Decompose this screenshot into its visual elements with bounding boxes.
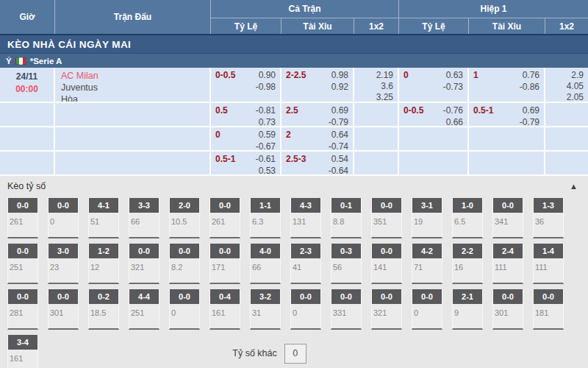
x12-odds-value: 2.05 xyxy=(550,92,584,102)
score-odds-cell[interactable]: 0-08.2 xyxy=(169,244,200,284)
score-odds-cell[interactable]: 1-16.3 xyxy=(250,198,281,238)
score-odds-value: 321 xyxy=(129,258,159,283)
score-odds-cell[interactable]: 0-0321 xyxy=(129,244,159,284)
league-row[interactable]: Ý *Serie A xyxy=(0,53,588,68)
odds-top: -0.76 xyxy=(443,105,463,117)
score-odds-cell[interactable]: 4-271 xyxy=(412,244,442,284)
score-row: 0-02610-004-1513-3662-010.50-02611-16.34… xyxy=(7,198,588,238)
score-odds-value: 251 xyxy=(8,258,37,283)
score-odds-cell[interactable]: 0-0301 xyxy=(48,289,79,330)
score-odds-cell[interactable]: 0-4161 xyxy=(209,289,240,330)
score-odds-cell[interactable]: 4-151 xyxy=(88,198,119,238)
other-score-input[interactable]: 0 xyxy=(284,344,306,364)
away-team[interactable]: Juventus xyxy=(61,82,205,93)
ft-overunder-cell[interactable]: 2-2.50.980.92 xyxy=(282,68,354,102)
ft-handicap-cell[interactable]: 0.5-0.810.73 xyxy=(211,103,282,126)
score-odds-cell[interactable]: 1-06.5 xyxy=(452,198,483,238)
other-score-cell: Tỷ số khác0 xyxy=(48,335,491,368)
score-odds-value: 19 xyxy=(412,213,442,237)
x12-odds-value: 3.25 xyxy=(359,92,393,102)
score-odds-value: 251 xyxy=(129,304,159,328)
score-odds-cell[interactable]: 0-00 xyxy=(290,289,321,330)
score-odds-cell[interactable]: 0-0141 xyxy=(371,244,402,284)
handicap-line: 0 xyxy=(404,70,409,80)
h1-1x2-cell[interactable]: 2.94.052.05 xyxy=(545,68,588,102)
score-odds-cell[interactable]: 0-18.8 xyxy=(331,198,362,238)
score-odds-value: 9 xyxy=(453,304,482,328)
score-odds-cell[interactable]: 0-0181 xyxy=(533,289,564,330)
h1-overunder-cell[interactable]: 0.5-10.69-0.79 xyxy=(469,103,545,126)
score-odds-cell[interactable]: 2-216 xyxy=(452,244,483,284)
odds-bottom: -0.73 xyxy=(443,82,463,93)
odds-top: 0.54 xyxy=(329,154,348,166)
score-odds-cell[interactable]: 3-4161 xyxy=(7,335,38,368)
h1-1x2-cell xyxy=(545,152,588,174)
score-odds-cell[interactable]: 4-4251 xyxy=(129,289,159,330)
score-odds-cell[interactable]: 0-0321 xyxy=(371,289,402,330)
score-label: 0-0 xyxy=(8,289,37,304)
collapse-icon[interactable]: ▲ xyxy=(570,183,578,191)
score-odds-cell[interactable]: 0-356 xyxy=(331,244,362,284)
score-odds-cell[interactable]: 2-19 xyxy=(452,289,483,330)
handicap-line: 0.5-1 xyxy=(215,154,235,164)
score-odds-cell[interactable]: 2-010.5 xyxy=(169,198,200,238)
score-odds-value: 161 xyxy=(8,350,37,368)
score-odds-cell[interactable]: 0-0261 xyxy=(7,198,38,238)
ft-overunder-cell[interactable]: 2.5-30.54-0.64 xyxy=(282,152,354,174)
score-odds-cell[interactable]: 0-0351 xyxy=(371,198,402,238)
score-odds-cell[interactable]: 3-023 xyxy=(48,244,79,284)
column-header-ft-1x2: 1x2 xyxy=(354,18,399,34)
score-odds-cell[interactable]: 0-218.5 xyxy=(88,289,119,330)
score-odds-cell[interactable]: 0-0281 xyxy=(7,289,38,330)
score-odds-cell[interactable]: 4-066 xyxy=(250,244,281,284)
score-odds-cell[interactable]: 3-231 xyxy=(250,289,281,330)
score-odds-cell[interactable]: 0-0261 xyxy=(209,198,240,238)
odds-rows-container: 24/1100:00AC MilanJuventusHòa0-0.50.90-0… xyxy=(0,68,588,176)
odds-values: 0.69-0.79 xyxy=(520,105,539,126)
score-odds-cell[interactable]: 1-336 xyxy=(533,198,564,238)
score-odds-value: 131 xyxy=(291,213,320,237)
score-odds-cell[interactable]: 3-366 xyxy=(129,198,159,238)
score-label: 0-0 xyxy=(8,198,37,213)
score-odds-value: 31 xyxy=(251,304,280,328)
ft-overunder-cell[interactable]: 20.64-0.74 xyxy=(282,127,354,150)
ft-handicap-cell[interactable]: 0-0.50.90-0.98 xyxy=(211,68,282,102)
ft-overunder-cell[interactable]: 2.50.69-0.79 xyxy=(282,103,354,126)
draw-label[interactable]: Hòa xyxy=(61,93,205,102)
score-row: 3-4161Tỷ số khác0 xyxy=(7,335,588,368)
ft-1x2-cell xyxy=(354,127,399,150)
score-odds-cell[interactable]: 4-3131 xyxy=(290,198,321,238)
score-odds-cell[interactable]: 2-341 xyxy=(290,244,321,284)
ft-handicap-cell[interactable]: 0.5-1-0.610.53 xyxy=(211,152,282,174)
ft-1x2-cell[interactable]: 2.193.63.25 xyxy=(354,68,399,102)
odds-values: 0.64-0.74 xyxy=(329,130,348,150)
odds-bottom: -0.67 xyxy=(256,141,276,150)
ft-handicap-cell[interactable]: 00.59-0.67 xyxy=(211,127,282,150)
score-odds-cell[interactable]: 0-0171 xyxy=(209,244,240,284)
match-datetime-cell xyxy=(0,127,55,150)
score-odds-cell[interactable]: 0-00 xyxy=(412,289,442,330)
score-odds-value: 66 xyxy=(251,258,280,283)
section-banner: KÈO NHÀ CÁI NGÀY MAI xyxy=(0,34,588,53)
home-team[interactable]: AC Milan xyxy=(61,70,205,82)
score-odds-cell[interactable]: 1-4111 xyxy=(533,244,564,284)
score-odds-cell[interactable]: 1-212 xyxy=(88,244,119,284)
score-odds-cell[interactable]: 0-0251 xyxy=(7,244,38,284)
odds-top: 0.64 xyxy=(329,130,348,141)
score-odds-cell[interactable]: 2-4111 xyxy=(492,244,523,284)
h1-handicap-cell[interactable]: 00.63-0.73 xyxy=(399,68,469,102)
handicap-line: 0-0.5 xyxy=(215,70,235,80)
score-odds-cell[interactable]: 0-0341 xyxy=(492,198,523,238)
other-score-label: Tỷ số khác xyxy=(232,348,276,358)
h1-overunder-cell[interactable]: 10.76-0.86 xyxy=(469,68,545,102)
match-teams-cell xyxy=(55,103,211,126)
score-odds-cell[interactable]: 0-00 xyxy=(48,198,79,238)
score-odds-cell[interactable]: 0-0301 xyxy=(492,289,523,330)
score-odds-cell[interactable]: 0-0331 xyxy=(331,289,362,330)
score-odds-cell[interactable]: 3-119 xyxy=(412,198,442,238)
odds-top: 0.69 xyxy=(329,105,348,117)
h1-handicap-cell[interactable]: 0-0.5-0.760.66 xyxy=(399,103,469,126)
score-odds-cell[interactable]: 0-00 xyxy=(169,289,200,330)
score-odds-value: 36 xyxy=(534,213,563,237)
column-header-ft-handicap: Tỷ Lệ xyxy=(211,18,282,34)
